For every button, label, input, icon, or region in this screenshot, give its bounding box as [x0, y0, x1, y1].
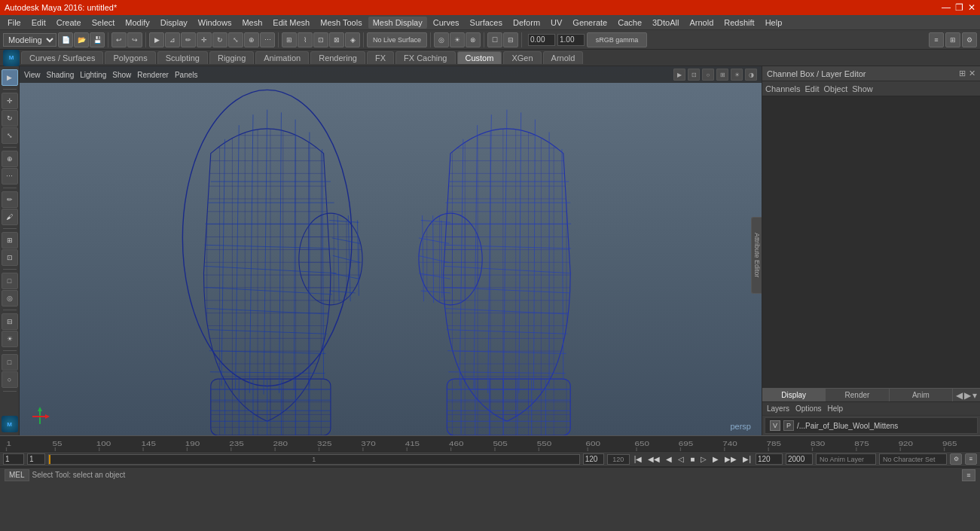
soft-select-button[interactable]: ⋯ [2, 168, 18, 185]
snap-surface-button[interactable]: ⊠ [329, 32, 344, 47]
create-sphere-button[interactable]: ○ [2, 371, 18, 388]
save-file-button[interactable]: 💾 [90, 32, 105, 47]
tab-arnold[interactable]: Arnold [543, 51, 584, 64]
colorspace-btn[interactable]: sRGB gamma [587, 32, 647, 47]
universal-tool-button[interactable]: ⊕ [244, 32, 259, 47]
range-start-input[interactable] [756, 453, 783, 465]
select-tool-button[interactable]: ▶ [149, 32, 164, 47]
layer-template-btn[interactable]: P [783, 420, 794, 431]
measure-button[interactable]: ⊞ [2, 232, 18, 249]
layers-menu[interactable]: Layers [767, 404, 789, 413]
scale-tool-button[interactable]: ⤡ [228, 32, 243, 47]
menu-surfaces[interactable]: Surfaces [466, 17, 507, 29]
menu-redshift[interactable]: Redshift [719, 17, 759, 29]
snap-point-button[interactable]: ⊡ [313, 32, 328, 47]
attr-editor-toggle[interactable]: ⊞ [945, 32, 960, 47]
vp-smooth-btn[interactable]: ○ [702, 69, 714, 81]
vp-wireframe-btn[interactable]: ⊡ [688, 69, 700, 81]
jump-start-btn[interactable]: |◀ [633, 455, 644, 463]
display-tab[interactable]: Display [762, 389, 826, 401]
vp-light-btn[interactable]: ☀ [731, 69, 743, 81]
frame-start-input[interactable] [27, 453, 45, 465]
menu-curves[interactable]: Curves [429, 17, 464, 29]
soft-modify-button[interactable]: ⋯ [260, 32, 275, 47]
live-surface-button[interactable]: No Live Surface [367, 32, 427, 47]
menu-deform[interactable]: Deform [508, 17, 545, 29]
paint-button[interactable]: 🖌 [2, 209, 18, 225]
tab-animation[interactable]: Animation [255, 51, 309, 64]
preferences-btn[interactable]: ≡ [965, 453, 977, 465]
menu-3dtoall[interactable]: 3DtoAll [648, 17, 683, 29]
tab-fx-caching[interactable]: FX Caching [395, 51, 455, 64]
tab-fx[interactable]: FX [367, 51, 394, 64]
universal-mode-button[interactable]: ⊕ [2, 151, 18, 167]
snap-button[interactable]: ⊡ [2, 249, 18, 266]
open-file-button[interactable]: 📂 [74, 32, 89, 47]
close-button[interactable]: ✕ [968, 2, 975, 13]
sculpt-button[interactable]: ✏ [2, 191, 18, 208]
tab-sculpting[interactable]: Sculpting [157, 51, 208, 64]
channel-box-toggle[interactable]: ≡ [929, 32, 944, 47]
menu-mesh-display[interactable]: Mesh Display [368, 17, 427, 29]
paint-select-button[interactable]: ✏ [181, 32, 196, 47]
redo-button[interactable]: ↪ [127, 32, 142, 47]
tab-custom[interactable]: Custom [457, 51, 502, 64]
stop-btn[interactable]: ■ [688, 455, 696, 463]
menu-windows[interactable]: Windows [194, 17, 237, 29]
help-menu[interactable]: Help [827, 404, 843, 413]
next-frame-btn[interactable]: ▶ [711, 455, 720, 463]
tab-rendering[interactable]: Rendering [310, 51, 365, 64]
tab-curves-surfaces[interactable]: Curves / Surfaces [21, 51, 103, 64]
snap-view-button[interactable]: ◈ [345, 32, 360, 47]
menu-modify[interactable]: Modify [121, 17, 154, 29]
channel-box-float-btn[interactable]: ⊞ [959, 69, 966, 78]
anim-tab[interactable]: Anim [890, 389, 953, 401]
menu-generate[interactable]: Generate [568, 17, 612, 29]
menu-cache[interactable]: Cache [613, 17, 646, 29]
field-value1-input[interactable] [528, 34, 555, 46]
undo-button[interactable]: ↩ [111, 32, 127, 47]
layer-nav-next[interactable]: ▶ [964, 390, 971, 401]
layer-visibility-btn[interactable]: V [770, 420, 780, 431]
jump-end-btn[interactable]: ▶| [741, 455, 753, 463]
menu-edit[interactable]: Edit [27, 17, 50, 29]
lasso-tool-button[interactable]: ⊿ [165, 32, 180, 47]
timeline[interactable]: 1 55 100 145 190 235 280 325 370 415 460… [0, 435, 980, 452]
renderer-menu[interactable]: Renderer [137, 71, 169, 79]
current-frame-input[interactable] [3, 453, 24, 465]
channels-menu[interactable]: Channels [765, 84, 800, 93]
lighting-menu[interactable]: Lighting [80, 71, 106, 79]
create-poly-button[interactable]: □ [2, 354, 18, 371]
vp-texture-btn[interactable]: ⊞ [716, 69, 728, 81]
prev-frame-btn[interactable]: ◀ [664, 455, 673, 463]
menu-select[interactable]: Select [87, 17, 120, 29]
select-mode-button[interactable]: ▶ [2, 69, 18, 86]
step-fwd-btn[interactable]: ▶▶ [723, 455, 738, 463]
vp-shadow-btn[interactable]: ◑ [745, 69, 757, 81]
minimize-button[interactable]: — [942, 2, 951, 13]
field-value2-input[interactable] [557, 34, 585, 46]
edit-menu[interactable]: Edit [804, 84, 819, 93]
tab-xgen[interactable]: XGen [503, 51, 541, 64]
play-back-btn[interactable]: ◁ [676, 455, 685, 463]
mel-python-toggle[interactable]: MEL [5, 469, 29, 481]
show-hide-button[interactable]: ☐ [487, 32, 502, 47]
camera-button[interactable]: ◎ [434, 32, 449, 47]
viewport[interactable]: View Shading Lighting Show Renderer Pane… [20, 66, 762, 435]
module-selector[interactable]: Modeling [3, 33, 56, 47]
new-file-button[interactable]: 📄 [58, 32, 73, 47]
scale-mode-button[interactable]: ⤡ [2, 127, 18, 144]
menu-create[interactable]: Create [52, 17, 86, 29]
channel-box-close-btn[interactable]: ✕ [969, 69, 975, 78]
ipr-button[interactable]: ⊗ [466, 32, 481, 47]
char-options-btn[interactable]: ⚙ [950, 453, 962, 465]
layer-options-btn[interactable]: ▾ [972, 390, 977, 401]
script-editor-btn[interactable]: ≡ [962, 469, 975, 481]
panels-menu[interactable]: Panels [175, 71, 198, 79]
tab-polygons[interactable]: Polygons [105, 51, 155, 64]
play-fwd-btn[interactable]: ▷ [699, 455, 708, 463]
menu-edit-mesh[interactable]: Edit Mesh [268, 17, 314, 29]
tool-settings-toggle[interactable]: ⚙ [962, 32, 977, 47]
vp-select-btn[interactable]: ▶ [673, 69, 685, 81]
object-menu[interactable]: Object [823, 84, 847, 93]
